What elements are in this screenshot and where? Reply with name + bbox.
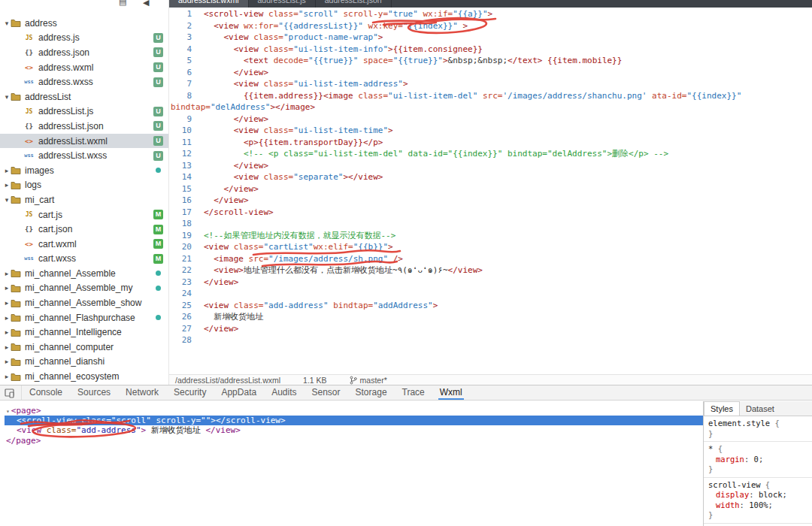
folder-row[interactable]: ▸mi_channel_Assemble_my	[0, 281, 168, 296]
editor-tab[interactable]: addressList.js	[249, 0, 316, 8]
devtools-tab-appdata[interactable]: AppData	[220, 385, 258, 400]
folder-row[interactable]: ▸mi_channel_Assemble_show	[0, 295, 168, 310]
devtools-tab-trace[interactable]: Trace	[401, 385, 426, 400]
file-row[interactable]: {}cart.jsonM	[0, 222, 168, 237]
code-line[interactable]: 7 <view class="ui-list-item-address">	[169, 78, 812, 90]
expand-arrow-icon[interactable]: ▾	[3, 196, 11, 204]
expand-arrow-icon[interactable]: ▸	[3, 167, 11, 174]
folder-row[interactable]: ▸logs	[0, 178, 168, 193]
code-line[interactable]: 20<view class="cartList"wx:elif="{{b}}">	[169, 241, 812, 253]
code-line[interactable]: 23</view>	[169, 277, 812, 289]
code-line[interactable]: 2 <view wx:for="{{addressList}}" wx:key=…	[169, 20, 812, 32]
folder-row[interactable]: ▸mi_channel_Assemble	[0, 266, 168, 281]
git-status-badge: M	[153, 225, 163, 234]
editor-tab[interactable]: addressList.json	[316, 0, 392, 8]
item-label: addressList.json	[38, 121, 153, 132]
file-row[interactable]: wssaddressList.wxssU	[0, 148, 168, 163]
styles-tab-dataset[interactable]: Dataset	[740, 401, 780, 416]
expand-arrow-icon[interactable]: ▸	[3, 373, 11, 380]
code-line[interactable]: 15 </view>	[169, 183, 812, 195]
folder-row[interactable]: ▸mi_channel_dianshi	[0, 355, 168, 370]
expand-arrow-icon[interactable]: ▸	[3, 358, 11, 365]
code-line[interactable]: 28	[169, 334, 812, 346]
devtools-tab-security[interactable]: Security	[172, 385, 208, 400]
expand-arrow-icon[interactable]: ▾	[3, 93, 11, 101]
code-line[interactable]: 4 <view class="ui-list-item-info">{{item…	[169, 44, 812, 56]
expand-arrow-icon[interactable]: ▸	[3, 343, 11, 351]
expand-arrow-icon[interactable]: ▸	[3, 314, 11, 322]
expand-arrow-icon[interactable]: ▸	[3, 270, 11, 277]
code-line[interactable]: 26 新增收货地址	[169, 311, 812, 323]
collapse-sidebar-icon[interactable]: ◀	[143, 0, 149, 8]
devtools-tab-storage[interactable]: Storage	[354, 385, 389, 400]
code-line[interactable]: 9 </view>	[169, 113, 812, 125]
code-line[interactable]: 5 <text decode="{{true}}" space="{{true}…	[169, 55, 812, 67]
devtools-tab-audits[interactable]: Audits	[270, 385, 298, 400]
css-rule[interactable]: * {margin: 0;}	[704, 442, 812, 478]
code-line[interactable]: 1<scroll-view class="scroll" scroll-y="t…	[169, 8, 812, 20]
folder-row[interactable]: ▸images	[0, 163, 168, 178]
code-line[interactable]: 8 {{item.address}}<image class="ui-list-…	[169, 90, 812, 102]
wxml-tree-row[interactable]: <view class="add-address"> 新增收货地址 </view…	[5, 425, 703, 435]
file-row[interactable]: JScart.jsM	[0, 207, 168, 222]
code-line[interactable]: 19<!--如果管理地址内没有数据，就显示没有数据-->	[169, 230, 812, 242]
file-row[interactable]: wssaddress.wxssU	[0, 74, 168, 89]
expand-arrow-icon[interactable]: ▸	[3, 284, 11, 292]
git-branch-group[interactable]: master*	[350, 376, 387, 385]
file-row[interactable]: JSaddress.jsU	[0, 31, 168, 46]
code-line[interactable]: 3 <view class="product-name-wrap">	[169, 32, 812, 44]
folder-row[interactable]: ▸mi_channel_Flashpurchase	[0, 310, 168, 325]
code-line[interactable]: 22 <view>地址管理什么都没有，点击新增收货地址~٩(๑❛ᴗ❛๑)۶~</…	[169, 265, 812, 277]
folder-row[interactable]: ▾mi_cart	[0, 192, 168, 207]
folder-row[interactable]: ▸mi_channel_Intelligence	[0, 325, 168, 340]
outline-icon[interactable]: ▤	[119, 0, 126, 7]
code-line[interactable]: 18	[169, 218, 812, 230]
styles-tab-styles[interactable]: Styles	[704, 401, 740, 416]
code-line[interactable]: 25<view class="add-address" bindtap="add…	[169, 300, 812, 312]
folder-row[interactable]: ▸mi_channel_ecosystem	[0, 369, 168, 384]
folder-row[interactable]: ▾address	[0, 16, 168, 31]
code-line[interactable]: bindtap="delAddress"></image>	[169, 101, 812, 113]
code-line[interactable]: 21 <image src="/images/address/sh.png" /…	[169, 253, 812, 265]
file-row[interactable]: {}addressList.jsonU	[0, 119, 168, 134]
code-line[interactable]: 6 </view>	[169, 67, 812, 79]
code-line[interactable]: 14 <view class="separate"></view>	[169, 171, 812, 183]
file-row[interactable]: {}address.jsonU	[0, 45, 168, 60]
expand-arrow-icon[interactable]: ▾	[3, 20, 11, 27]
wxml-tree-row[interactable]: <scroll-view class="scroll" scroll-y="">…	[5, 416, 703, 425]
css-selector: element.style	[708, 419, 770, 428]
code-line[interactable]: 10 <view class="ui-list-item-time">	[169, 125, 812, 137]
file-row[interactable]: JSaddressList.jsU	[0, 104, 168, 119]
code-editor[interactable]: 1<scroll-view class="scroll" scroll-y="t…	[169, 8, 812, 374]
code-line[interactable]: 12 <!-- <p class="ui-list-item-del" data…	[169, 148, 812, 160]
expand-arrow-icon[interactable]: ▸	[3, 328, 11, 336]
code-line[interactable]: 13 </view>	[169, 160, 812, 172]
devtools-tab-wxml[interactable]: Wxml	[438, 385, 464, 400]
code-line[interactable]: 17</scroll-view>	[169, 207, 812, 219]
code-line[interactable]: 27</view>	[169, 323, 812, 335]
expand-arrow-icon[interactable]: ▸	[3, 181, 11, 189]
inspect-device-icon[interactable]	[0, 385, 22, 400]
css-rule[interactable]: element.style {}	[704, 416, 812, 442]
devtools-tab-network[interactable]: Network	[124, 385, 160, 400]
expand-arrow-icon[interactable]: ▸	[3, 299, 11, 307]
file-row[interactable]: <>addressList.wxmlU	[0, 134, 168, 149]
wxml-tree-row[interactable]: </page>	[5, 436, 703, 446]
code-line[interactable]: 16 </view>	[169, 195, 812, 207]
folder-row[interactable]: ▸mi_channel_computer	[0, 340, 168, 355]
wxml-tree-row[interactable]: ▾<page>	[5, 406, 703, 416]
code-line[interactable]: 11 <p>{{item.transportDay}}</p>	[169, 137, 812, 149]
item-label: logs	[25, 180, 168, 190]
devtools-tab-sensor[interactable]: Sensor	[311, 385, 342, 400]
file-row[interactable]: wsscart.wxssM	[0, 252, 168, 267]
wechat-devtools-window: addressList.wxmladdressList.jsaddressLis…	[0, 0, 812, 526]
css-rule[interactable]: scroll-view {display: block;width: 100%;…	[704, 478, 812, 524]
folder-row[interactable]: ▾addressList	[0, 89, 168, 104]
devtools-tab-sources[interactable]: Sources	[76, 385, 112, 400]
editor-tab[interactable]: addressList.wxml	[169, 0, 249, 8]
code-line[interactable]: 24	[169, 288, 812, 300]
expander-icon[interactable]: ▾	[6, 408, 10, 415]
file-row[interactable]: <>address.wxmlU	[0, 60, 168, 75]
file-row[interactable]: <>cart.wxmlM	[0, 237, 168, 252]
devtools-tab-console[interactable]: Console	[28, 385, 64, 400]
